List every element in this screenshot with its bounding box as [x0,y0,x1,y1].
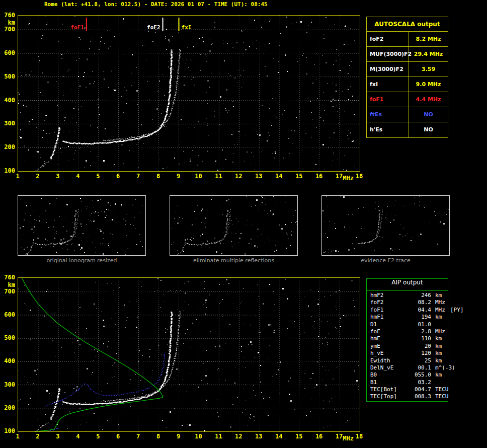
noise-speckle [67,71,68,72]
y-tick-label: 700 [4,26,15,33]
x-trace [178,68,179,68]
noise-speckle [370,235,370,235]
noise-speckle [185,333,186,334]
o-trace-mini [223,239,224,239]
noise-speckle [333,161,333,161]
noise-speckle [222,316,223,317]
noise-speckle [82,420,82,420]
noise-speckle [119,90,119,91]
noise-speckle [190,239,191,240]
noise-speckle [277,41,277,42]
noise-speckle [274,330,275,331]
x-trace [111,400,112,401]
noise-speckle [86,328,87,329]
noise-speckle [352,160,352,160]
o-trace [103,142,105,143]
x-trace [160,128,161,128]
es-cusp-mini [185,240,186,241]
x-trace [176,350,177,351]
noise-speckle [32,286,32,286]
noise-speckle [215,161,216,162]
noise-speckle [193,91,193,92]
noise-speckle [68,69,69,70]
f2-x-trace-mini [381,219,381,219]
noise-speckle [50,246,50,247]
noise-speckle [155,310,156,310]
aip-row: TEC[Bot]004.7TECU [367,386,448,393]
noise-speckle [404,228,405,228]
x-tick-label: 1 [16,173,19,180]
noise-speckle [272,153,273,154]
x-trace [178,66,179,66]
o-trace-mini [200,245,201,245]
noise-speckle [314,64,315,65]
x-trace [179,62,180,62]
o-trace-mini [221,240,222,241]
noise-speckle [95,211,96,212]
noise-speckle [38,56,39,57]
noise-speckle [226,279,227,280]
noise-speckle [26,106,27,107]
x-trace [178,76,179,77]
x-trace-mini [77,219,78,220]
noise-speckle [58,41,59,42]
noise-speckle [92,349,92,350]
noise-speckle [315,164,316,165]
aip-table-header: AIP output [367,279,448,291]
f2-x-trace-mini [382,210,383,210]
noise-speckle [36,374,37,375]
x-trace-mini [75,229,76,230]
x-trace [177,79,178,79]
e-echoes [48,163,49,163]
x-trace [179,60,180,61]
o-trace-mini [48,245,49,245]
noise-speckle [96,252,96,253]
o-trace [94,404,96,405]
x-trace [175,358,176,359]
o-trace [73,142,75,143]
noise-speckle [245,162,245,162]
noise-speckle [102,333,102,333]
noise-speckle [275,115,275,115]
noise-speckle [90,317,90,317]
noise-speckle [437,244,438,245]
noise-speckle [223,232,223,233]
noise-speckle [26,391,26,392]
x-trace [179,320,180,321]
noise-speckle [19,400,19,401]
noise-speckle [168,66,169,67]
noise-speckle [97,228,98,229]
o-trace [152,394,153,395]
x-trace [171,371,172,371]
noise-speckle [18,92,19,93]
o-trace [171,319,173,320]
o-trace [170,85,171,86]
x-trace [170,375,171,376]
restored-trace [72,393,73,393]
noise-speckle [241,88,241,88]
restored-trace [96,393,97,393]
noise-speckle [322,109,322,109]
x-trace-mini [75,232,75,233]
noise-speckle [211,44,212,45]
noise-speckle [61,347,62,348]
restored-trace [54,403,55,403]
noise-speckle [354,248,355,249]
noise-speckle [124,223,124,223]
noise-speckle [295,296,295,297]
o-trace [170,334,172,335]
noise-speckle [170,411,171,413]
noise-speckle [43,130,44,131]
noise-speckle [126,320,127,321]
noise-speckle [322,144,324,145]
noise-speckle [27,253,28,254]
noise-speckle [98,104,98,105]
es-cusp [54,410,55,411]
f2-trace-mini [358,244,359,244]
x-trace [118,139,119,139]
o-trace-mini [226,228,227,228]
noise-speckle [112,416,112,417]
noise-speckle [256,199,258,201]
restored-trace [82,386,83,386]
noise-speckle [227,43,228,44]
